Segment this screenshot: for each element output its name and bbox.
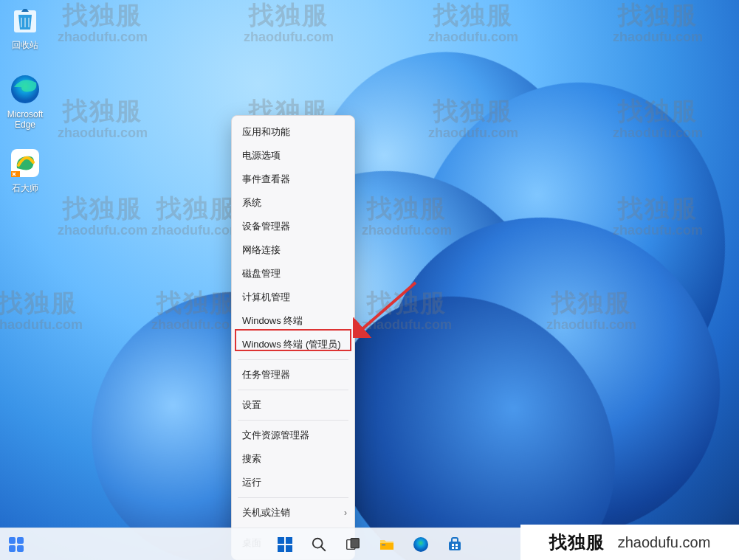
ctx-item-apps-features[interactable]: 应用和功能	[232, 120, 354, 144]
recycle-bin-icon	[8, 3, 42, 37]
taskbar-store-button[interactable]	[442, 532, 467, 557]
desktop-icon-label: 回收站	[0, 40, 52, 50]
ctx-item-label: 任务管理器	[242, 369, 290, 380]
watermark: 找独服zhaodufu.com	[428, 0, 518, 45]
windows-start-icon	[276, 536, 294, 553]
taskbar-center	[272, 532, 467, 557]
svg-rect-10	[17, 545, 24, 552]
ctx-item-system[interactable]: 系统	[232, 191, 354, 215]
ctx-item-network-connections[interactable]: 网络连接	[232, 238, 354, 262]
ctx-item-shutdown-signout[interactable]: 关机或注销›	[232, 501, 354, 525]
svg-rect-11	[278, 537, 284, 544]
svg-rect-7	[9, 537, 16, 544]
watermark: 找独服zhaodufu.com	[0, 286, 83, 333]
ctx-item-file-explorer[interactable]: 文件资源管理器	[232, 424, 354, 447]
widgets-icon	[7, 536, 25, 553]
ctx-separator	[238, 390, 348, 390]
edge-icon	[8, 72, 42, 106]
svg-line-16	[320, 546, 325, 550]
ctx-item-label: 运行	[242, 477, 261, 488]
watermark: 找独服zhaodufu.com	[58, 192, 148, 238]
svg-rect-23	[452, 544, 454, 546]
ctx-item-label: 电源选项	[242, 150, 281, 161]
desktop-icon-label: 石大师	[0, 183, 52, 193]
svg-rect-13	[278, 545, 284, 552]
search-icon	[311, 536, 327, 553]
attribution-overlay: 找独服 zhaodufu.com	[520, 525, 739, 560]
ctx-item-device-manager[interactable]: 设备管理器	[232, 215, 354, 238]
ctx-separator	[238, 497, 348, 498]
chevron-right-icon: ›	[344, 501, 347, 525]
ctx-item-power-options[interactable]: 电源选项	[232, 144, 354, 167]
ctx-item-windows-terminal-admin[interactable]: Windows 终端 (管理员)	[232, 333, 354, 356]
winx-context-menu: 应用和功能 电源选项 事件查看器 系统 设备管理器 网络连接 磁盘管理 计算机管…	[231, 115, 355, 560]
attribution-brand: 找独服	[549, 530, 605, 554]
ctx-item-search[interactable]: 搜索	[232, 447, 354, 471]
ctx-item-windows-terminal[interactable]: Windows 终端	[232, 309, 354, 333]
edge-icon	[412, 536, 430, 553]
attribution-url: zhaodufu.com	[618, 534, 711, 551]
ctx-item-label: 计算机管理	[242, 291, 290, 303]
svg-rect-26	[456, 547, 458, 549]
file-explorer-icon	[378, 536, 396, 553]
ctx-item-label: 关机或注销	[242, 507, 290, 518]
ctx-item-label: 文件资源管理器	[242, 429, 309, 440]
desktop-icon-microsoft-edge[interactable]: Microsoft Edge	[0, 72, 52, 130]
taskbar-start-button[interactable]	[272, 532, 298, 557]
watermark: 找独服zhaodufu.com	[613, 0, 703, 45]
shidashi-icon	[8, 146, 42, 180]
watermark: 找独服zhaodufu.com	[58, 94, 148, 141]
desktop-icon-label: Microsoft Edge	[0, 109, 52, 130]
ctx-separator	[238, 420, 348, 421]
desktop-icon-recycle-bin[interactable]: 回收站	[0, 3, 52, 50]
ctx-item-task-manager[interactable]: 任务管理器	[232, 363, 354, 387]
task-view-icon	[345, 536, 361, 553]
ctx-item-computer-management[interactable]: 计算机管理	[232, 286, 354, 309]
ctx-item-label: 网络连接	[242, 244, 281, 255]
svg-rect-14	[286, 545, 292, 552]
desktop[interactable]: 找独服zhaodufu.com 找独服zhaodufu.com 找独服zhaod…	[0, 0, 739, 560]
ctx-item-event-viewer[interactable]: 事件查看器	[232, 167, 354, 191]
svg-rect-20	[382, 545, 385, 545]
ctx-item-label: 设置	[242, 399, 261, 410]
ctx-item-run[interactable]: 运行	[232, 471, 354, 494]
watermark: 找独服zhaodufu.com	[244, 0, 334, 45]
taskbar-edge-button[interactable]	[408, 532, 433, 557]
microsoft-store-icon	[446, 536, 464, 553]
svg-rect-18	[351, 538, 359, 547]
taskbar-explorer-button[interactable]	[374, 532, 399, 557]
taskbar-search-button[interactable]	[306, 532, 331, 557]
svg-rect-6	[11, 171, 20, 177]
svg-rect-8	[17, 537, 24, 544]
ctx-item-label: Windows 终端	[242, 315, 303, 326]
svg-rect-22	[449, 542, 461, 550]
watermark: 找独服zhaodufu.com	[151, 192, 241, 238]
svg-rect-19	[380, 543, 393, 550]
svg-rect-12	[286, 537, 292, 544]
ctx-item-label: Windows 终端 (管理员)	[242, 339, 341, 350]
svg-rect-24	[456, 544, 458, 546]
svg-rect-9	[9, 545, 16, 552]
ctx-item-label: 事件查看器	[242, 173, 290, 184]
watermark: 找独服zhaodufu.com	[58, 0, 148, 45]
taskbar-widgets-button[interactable]	[4, 533, 28, 556]
ctx-item-label: 应用和功能	[242, 126, 290, 137]
ctx-item-settings[interactable]: 设置	[232, 393, 354, 417]
ctx-item-label: 系统	[242, 197, 261, 208]
ctx-item-label: 设备管理器	[242, 221, 290, 232]
ctx-item-label: 磁盘管理	[242, 268, 281, 279]
ctx-item-label: 搜索	[242, 453, 261, 464]
ctx-separator	[238, 359, 348, 360]
ctx-item-disk-management[interactable]: 磁盘管理	[232, 262, 354, 286]
svg-rect-25	[452, 547, 454, 549]
svg-point-21	[413, 537, 428, 552]
desktop-icon-shidashi[interactable]: 石大师	[0, 146, 52, 193]
taskbar-taskview-button[interactable]	[340, 532, 365, 557]
